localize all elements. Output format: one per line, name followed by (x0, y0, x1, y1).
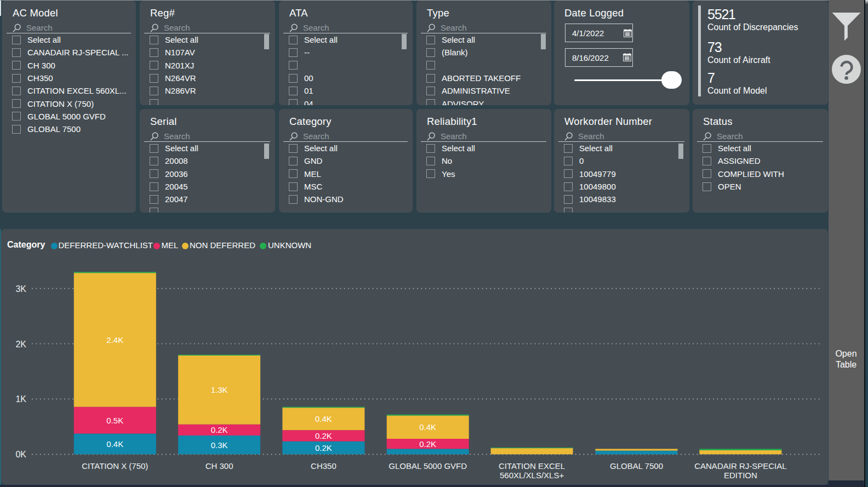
svg-text:CANADAIR RJ-SPECIAL: CANADAIR RJ-SPECIAL (694, 461, 786, 471)
svg-text:0.4K: 0.4K (419, 422, 436, 432)
svg-text:0K: 0K (15, 450, 26, 459)
svg-text:0.2K: 0.2K (211, 425, 228, 434)
svg-text:CITATION EXCEL: CITATION EXCEL (499, 461, 565, 471)
svg-text:2K: 2K (15, 340, 26, 349)
svg-text:GLOBAL 5000 GVFD: GLOBAL 5000 GVFD (389, 461, 467, 471)
svg-text:CH350: CH350 (311, 461, 336, 471)
svg-text:1.3K: 1.3K (211, 385, 228, 394)
svg-text:0.4K: 0.4K (106, 439, 123, 449)
svg-text:0.2K: 0.2K (315, 431, 332, 440)
svg-text:CITATION X (750): CITATION X (750) (82, 461, 148, 471)
svg-text:EDITION: EDITION (724, 471, 757, 480)
svg-text:1K: 1K (15, 394, 26, 404)
svg-text:0.2K: 0.2K (419, 439, 436, 449)
svg-text:3K: 3K (15, 284, 26, 294)
svg-text:0.2K: 0.2K (315, 443, 332, 452)
svg-text:2.4K: 2.4K (106, 335, 123, 345)
svg-text:0.4K: 0.4K (315, 414, 332, 423)
svg-text:0.3K: 0.3K (211, 440, 228, 450)
svg-text:0.5K: 0.5K (106, 416, 123, 425)
svg-text:560XL/XLS/XLS+: 560XL/XLS/XLS+ (500, 471, 564, 480)
svg-text:GLOBAL 7500: GLOBAL 7500 (610, 461, 663, 471)
svg-text:CH 300: CH 300 (205, 461, 233, 471)
